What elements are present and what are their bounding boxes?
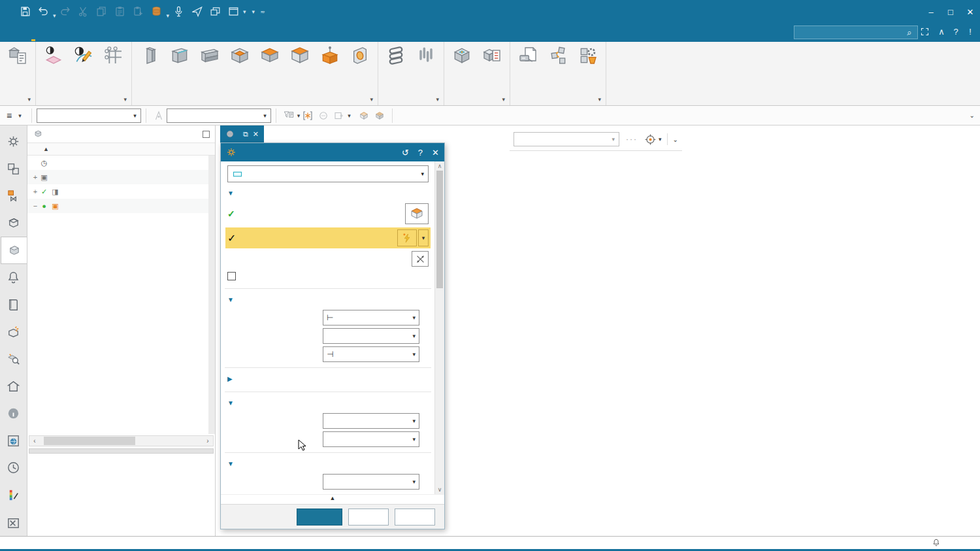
- dialog-help-icon[interactable]: ?: [418, 148, 423, 158]
- menu-analysis[interactable]: [102, 25, 122, 42]
- type-filter-select[interactable]: ▾: [37, 109, 141, 123]
- selection-scope-select[interactable]: ▾: [167, 109, 271, 123]
- menu-view[interactable]: [122, 25, 141, 42]
- group-gallery-arrow-icon[interactable]: ▾: [598, 96, 601, 103]
- section-size[interactable]: ▼: [227, 393, 429, 412]
- search-input[interactable]: [799, 28, 904, 37]
- graphics-viewport[interactable]: ⧉ ✕ ▾ ··· ▾ ⌄ ↺ ? ✕: [216, 125, 980, 536]
- expander-icon[interactable]: −: [31, 202, 39, 210]
- dialog-scroll-thumb[interactable]: [436, 171, 443, 288]
- command-search[interactable]: ⌕: [794, 25, 918, 39]
- distance-input[interactable]: ▾: [323, 328, 419, 344]
- scroll-left-icon[interactable]: ‹: [29, 437, 40, 444]
- menu-display[interactable]: [161, 25, 180, 42]
- select-start-face-row[interactable]: ✓: [227, 202, 429, 225]
- ribbon-button-wall[interactable]: [165, 43, 195, 70]
- undo-dropdown-arrow[interactable]: ▾: [53, 12, 56, 19]
- ribbon-button-floor[interactable]: [225, 43, 255, 70]
- tree-item-cameras[interactable]: +✓◨: [27, 184, 208, 199]
- more-options-icon[interactable]: ···: [626, 135, 638, 144]
- section-limits[interactable]: ▼: [227, 290, 429, 309]
- selection-intent-icon[interactable]: [151, 109, 167, 123]
- group-gallery-arrow-icon[interactable]: ▾: [27, 96, 31, 103]
- snap-target-icon[interactable]: [644, 133, 657, 146]
- tree-item-model-views[interactable]: +▣: [27, 170, 208, 184]
- gear-icon[interactable]: [1, 128, 27, 156]
- ribbon-button-level[interactable]: [39, 43, 69, 70]
- group-gallery-arrow-icon[interactable]: ▾: [123, 96, 127, 103]
- info-icon[interactable]: [1, 400, 27, 427]
- ribbon-button-opening[interactable]: [345, 43, 375, 70]
- menu-tools[interactable]: [200, 25, 220, 42]
- ribbon-button-beam[interactable]: [195, 43, 225, 70]
- tree-item-history-modeling-mode[interactable]: ◷: [27, 156, 208, 170]
- constraint-navigator-icon[interactable]: [1, 182, 27, 210]
- toolbar-overflow-icon[interactable]: ≂: [260, 8, 265, 15]
- window-icon[interactable]: [225, 3, 242, 20]
- specify-start-point-row[interactable]: ✓ ▾: [225, 227, 431, 248]
- menu-home[interactable]: [24, 25, 43, 42]
- exclude-segment-row[interactable]: [227, 267, 429, 284]
- view-manager-icon[interactable]: [1, 292, 27, 319]
- group-gallery-arrow-icon[interactable]: ▾: [370, 96, 373, 103]
- exclude-segment-checkbox[interactable]: [227, 272, 236, 280]
- notification-area[interactable]: [932, 538, 944, 547]
- help-icon[interactable]: ?: [949, 27, 963, 37]
- panel-splitter[interactable]: [29, 448, 214, 454]
- scrollbar-thumb[interactable]: [44, 437, 135, 445]
- history-clock-icon[interactable]: [1, 454, 27, 482]
- section-position[interactable]: ▼: [227, 184, 429, 202]
- menu-application[interactable]: [220, 25, 239, 42]
- menu-modeling[interactable]: [43, 25, 63, 42]
- home-icon[interactable]: [1, 373, 27, 400]
- ribbon-group-label-tools[interactable]: ▾: [513, 93, 603, 105]
- point-dialog-button[interactable]: [397, 229, 417, 246]
- command-finder-icon[interactable]: [188, 3, 205, 20]
- database-dropdown-arrow[interactable]: ▾: [167, 12, 170, 19]
- menu-curve[interactable]: [82, 25, 102, 42]
- ribbon-button-longitudinal-rebars[interactable]: [411, 43, 441, 70]
- scroll-up-icon[interactable]: ∧: [435, 163, 444, 169]
- group-gallery-arrow-icon[interactable]: ▾: [436, 96, 439, 103]
- ribbon-group-label-room[interactable]: ▾: [447, 93, 507, 105]
- toolbar-more-icon[interactable]: ⌄: [970, 112, 975, 119]
- menu-pmi[interactable]: [180, 25, 200, 42]
- microphone-icon[interactable]: [170, 3, 187, 20]
- alerts-icon[interactable]: !: [963, 27, 977, 37]
- start-select[interactable]: ⊢▾: [323, 310, 419, 326]
- menu-selection[interactable]: [141, 25, 161, 42]
- scroll-down-icon[interactable]: ∨: [435, 486, 444, 493]
- checkmark-icon[interactable]: ✓: [39, 188, 49, 196]
- search-icon[interactable]: ⌕: [904, 27, 915, 38]
- part-navigator-active-icon[interactable]: [1, 237, 27, 264]
- end-select[interactable]: ⊣▾: [323, 346, 419, 362]
- history-icon[interactable]: [1, 318, 27, 346]
- undock-icon[interactable]: [203, 131, 210, 138]
- ribbon-button-room[interactable]: [447, 43, 477, 70]
- ribbon-button-classify-component[interactable]: [513, 43, 543, 70]
- minimize-button[interactable]: –: [921, 0, 941, 24]
- ribbon-button-initialize-project[interactable]: [3, 43, 33, 70]
- maximize-button[interactable]: □: [941, 0, 960, 24]
- horizontal-scrollbar[interactable]: ‹ ›: [29, 435, 214, 446]
- dialog-header[interactable]: ↺ ? ✕: [221, 143, 444, 161]
- dialog-close-icon[interactable]: ✕: [432, 148, 439, 158]
- menu-assemblies[interactable]: [63, 25, 82, 42]
- ribbon-button-room-report[interactable]: [477, 43, 507, 70]
- menu-button[interactable]: ≡ ▾: [0, 110, 27, 121]
- minimize-ribbon-icon[interactable]: ∧: [934, 27, 949, 37]
- snap-point-icon[interactable]: [300, 109, 316, 123]
- section-properties[interactable]: ▶: [227, 369, 429, 388]
- ribbon-button-grid[interactable]: [99, 43, 129, 70]
- section-distribution[interactable]: ▼: [227, 454, 429, 473]
- dialog-reset-icon[interactable]: ↺: [402, 148, 409, 158]
- tab-close-icon[interactable]: ✕: [253, 130, 259, 139]
- ribbon-button-extend[interactable]: [315, 43, 345, 70]
- ribbon-button-roof[interactable]: [285, 43, 315, 70]
- group-gallery-arrow-icon[interactable]: ▾: [502, 96, 505, 103]
- tree-item-model-history[interactable]: −●▣: [27, 199, 208, 213]
- cancel-button[interactable]: [395, 509, 435, 526]
- spacing-select[interactable]: ▾: [323, 474, 419, 490]
- expander-icon[interactable]: +: [31, 188, 39, 195]
- menu-file[interactable]: [4, 25, 24, 42]
